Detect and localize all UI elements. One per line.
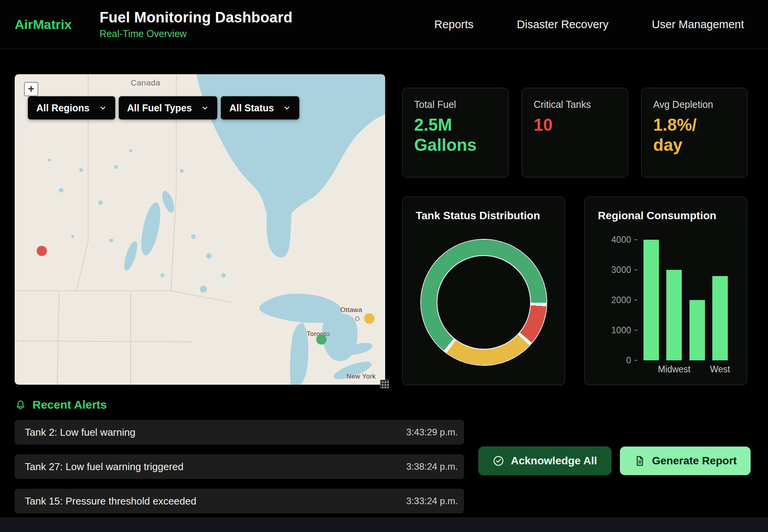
y-tick-label: 1000: [611, 325, 637, 336]
charts-row: Tank Status Distribution Regional Consum…: [402, 197, 748, 385]
page-subtitle: Real-Time Overview: [99, 28, 292, 39]
stats-row: Total Fuel 2.5M Gallons Critical Tanks 1…: [402, 88, 748, 177]
document-icon: [634, 455, 645, 467]
tank-marker-warning[interactable]: [364, 314, 374, 324]
stat-card-avg-depletion: Avg Depletion 1.8%/ day: [641, 88, 748, 177]
stat-value: 10: [534, 115, 616, 135]
alert-list-item[interactable]: Tank 2: Low fuel warning 3:43:29 p.m.: [15, 420, 464, 445]
regional-consumption-card: Regional Consumption 01000200030004000 M…: [584, 197, 747, 385]
tank-marker-critical[interactable]: [37, 246, 47, 256]
bar-plot-wrap: MidwestWest: [642, 240, 729, 375]
stat-value: 1.8%/ day: [653, 115, 736, 155]
right-panel: Total Fuel 2.5M Gallons Critical Tanks 1…: [402, 74, 748, 385]
map-label-country: Canada: [131, 78, 160, 87]
map-resize-handle[interactable]: [380, 380, 389, 389]
acknowledge-all-button[interactable]: Acknowledge All: [478, 447, 611, 475]
y-tick-label: 0: [626, 355, 637, 366]
alerts-list-panel: Recent Alerts Tank 2: Low fuel warning 3…: [15, 398, 464, 523]
bar-category-label: [643, 364, 659, 375]
y-tick-label: 4000: [611, 234, 637, 245]
y-tick-label: 3000: [611, 264, 637, 275]
chevron-down-icon: [99, 104, 107, 112]
tank-status-donut: [421, 240, 546, 365]
zoom-in-button[interactable]: +: [24, 82, 38, 96]
alert-timestamp: 3:38:24 p.m.: [406, 461, 458, 472]
main-content: Canada Ottawa Toronto New York + All Reg…: [0, 74, 768, 385]
stat-value: 2.5M Gallons: [414, 115, 497, 155]
alert-list-item[interactable]: Tank 15: Pressure threshold exceeded 3:3…: [15, 489, 464, 513]
map-label-city: New York: [346, 373, 376, 380]
bar: [689, 240, 705, 360]
bar-category-label: West: [712, 364, 728, 375]
main-nav: Reports Disaster Recovery User Managemen…: [434, 18, 768, 31]
map-canvas[interactable]: [15, 74, 385, 385]
stat-card-critical-tanks: Critical Tanks 10: [522, 88, 628, 177]
stat-value-line: day: [653, 135, 736, 155]
chart-title: Tank Status Distribution: [403, 197, 565, 222]
nav-disaster-recovery[interactable]: Disaster Recovery: [517, 18, 609, 31]
alerts-actions: Acknowledge All Generate Report: [478, 398, 753, 523]
nav-user-management[interactable]: User Management: [652, 18, 744, 31]
bar-yaxis: 01000200030004000: [602, 240, 637, 360]
stat-card-total-fuel: Total Fuel 2.5M Gallons: [402, 88, 509, 177]
bar: [643, 240, 659, 360]
region-filter-dropdown[interactable]: All Regions: [28, 96, 115, 119]
acknowledge-all-label: Acknowledge All: [511, 455, 597, 467]
map[interactable]: Canada Ottawa Toronto New York + All Reg…: [15, 74, 385, 385]
stat-label: Total Fuel: [414, 99, 497, 110]
footer-bar: [0, 517, 768, 532]
stat-value-line: 1.8%/: [653, 115, 736, 135]
header: AirMatrix Fuel Monitoring Dashboard Real…: [0, 0, 768, 49]
alert-timestamp: 3:43:29 p.m.: [406, 427, 458, 438]
donut-hole: [437, 256, 530, 349]
alert-message: Tank 27: Low fuel warning triggered: [25, 461, 183, 473]
check-circle-icon: [493, 455, 504, 467]
tank-status-card: Tank Status Distribution: [402, 197, 565, 385]
bar-plot: [642, 240, 729, 360]
alerts-section: Recent Alerts Tank 2: Low fuel warning 3…: [0, 398, 768, 523]
bar-xlabels: MidwestWest: [642, 364, 729, 375]
stat-label: Avg Depletion: [653, 99, 736, 110]
fuel-type-filter-value: All Fuel Types: [127, 102, 192, 114]
bell-icon: [15, 399, 26, 411]
bar: [712, 240, 728, 360]
region-filter-value: All Regions: [36, 102, 90, 114]
alert-list-item[interactable]: Tank 27: Low fuel warning triggered 3:38…: [15, 454, 464, 479]
map-panel: Canada Ottawa Toronto New York + All Reg…: [15, 74, 385, 385]
generate-report-label: Generate Report: [652, 455, 737, 467]
stat-value-line: 10: [534, 115, 616, 135]
chevron-down-icon: [283, 104, 291, 112]
fuel-type-filter-dropdown[interactable]: All Fuel Types: [119, 96, 218, 119]
stat-value-line: Gallons: [414, 135, 497, 155]
map-label-city: Ottawa: [340, 306, 362, 314]
y-tick-label: 2000: [611, 295, 637, 305]
alert-message: Tank 2: Low fuel warning: [25, 426, 135, 438]
page-title: Fuel Monitoring Dashboard: [99, 9, 292, 26]
title-block: Fuel Monitoring Dashboard Real-Time Over…: [99, 9, 292, 39]
stat-value-line: 2.5M: [414, 115, 497, 135]
alerts-heading-label: Recent Alerts: [32, 398, 107, 411]
stat-label: Critical Tanks: [534, 99, 616, 110]
nav-reports[interactable]: Reports: [434, 18, 474, 31]
app-logo[interactable]: AirMatrix: [15, 17, 72, 32]
app-root: AirMatrix Fuel Monitoring Dashboard Real…: [0, 0, 768, 532]
bar-category-label: [689, 364, 705, 375]
alert-message: Tank 15: Pressure threshold exceeded: [25, 495, 196, 507]
map-filters: All Regions All Fuel Types All Status: [28, 96, 299, 119]
chart-title: Regional Consumption: [585, 197, 747, 222]
status-filter-dropdown[interactable]: All Status: [221, 96, 299, 119]
alerts-heading: Recent Alerts: [15, 398, 464, 411]
regional-consumption-chart: 01000200030004000 MidwestWest: [602, 240, 747, 375]
alert-timestamp: 3:33:24 p.m.: [406, 496, 458, 506]
bar: [666, 240, 682, 360]
status-filter-value: All Status: [229, 102, 274, 114]
tank-marker-normal[interactable]: [316, 334, 326, 344]
bar-category-label: Midwest: [666, 364, 682, 375]
generate-report-button[interactable]: Generate Report: [620, 447, 751, 475]
chevron-down-icon: [201, 104, 209, 112]
